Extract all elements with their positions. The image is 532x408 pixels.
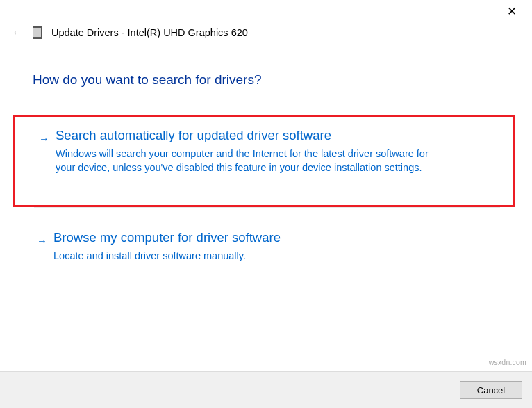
option-description: Locate and install driver software manua… [53, 249, 442, 263]
cancel-button[interactable]: Cancel [460, 381, 522, 399]
options-list: → Search automatically for updated drive… [13, 115, 515, 275]
close-icon[interactable]: ✕ [507, 6, 517, 17]
page-heading: How do you want to search for drivers? [33, 72, 262, 88]
arrow-right-icon: → [39, 133, 49, 144]
option-description: Windows will search your computer and th… [56, 147, 444, 174]
window-title: Update Drivers - Intel(R) UHD Graphics 6… [51, 27, 248, 38]
option-title: Search automatically for updated driver … [56, 128, 491, 143]
option-browse-computer[interactable]: → Browse my computer for driver software… [13, 219, 515, 275]
option-title: Browse my computer for driver software [53, 230, 493, 245]
window-header: ← Update Drivers - Intel(R) UHD Graphics… [12, 26, 248, 39]
option-search-automatically[interactable]: → Search automatically for updated drive… [13, 115, 515, 207]
watermark: wsxdn.com [489, 358, 526, 366]
device-icon [33, 26, 42, 39]
arrow-right-icon: → [37, 236, 47, 246]
back-arrow-icon[interactable]: ← [12, 27, 23, 38]
dialog-footer: Cancel [0, 371, 532, 408]
